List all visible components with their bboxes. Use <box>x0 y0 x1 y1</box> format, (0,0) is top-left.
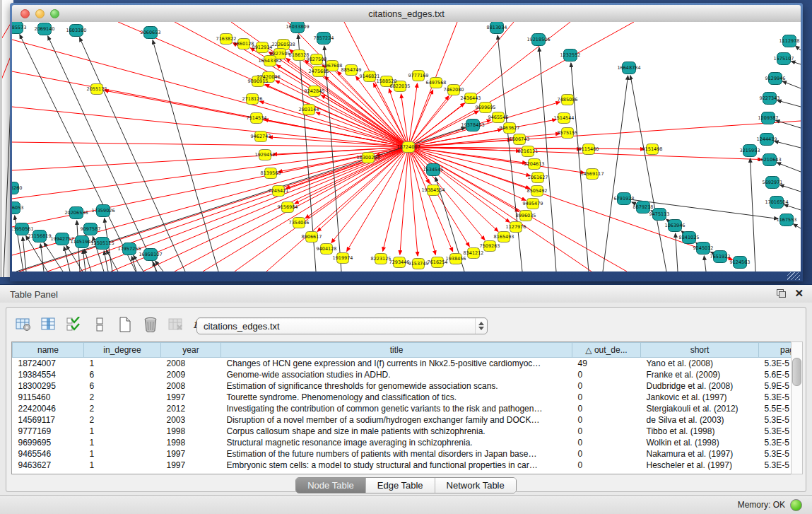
float-panel-icon[interactable] <box>777 289 786 298</box>
table-row[interactable]: 946362711997Embryonic stem cells: a mode… <box>13 460 795 471</box>
column-header-name[interactable]: name <box>13 343 84 358</box>
table-cell: 5.3E-5 <box>759 414 795 426</box>
column-header-short[interactable]: short <box>641 343 759 358</box>
graph-edge[interactable] <box>408 147 418 256</box>
graph-edge[interactable] <box>571 63 589 271</box>
graph-edge[interactable] <box>276 81 408 147</box>
memory-status-icon[interactable] <box>790 499 802 511</box>
table-cell: 5.5E-5 <box>759 403 795 414</box>
graph-edge[interactable] <box>777 100 801 107</box>
graph-node-label: 2204613 <box>524 161 545 167</box>
graph-edge[interactable] <box>104 251 108 271</box>
graph-edge[interactable] <box>134 255 143 271</box>
graph-edge[interactable] <box>630 76 666 271</box>
column-header-year[interactable]: year <box>161 343 221 358</box>
graph-edge[interactable] <box>791 61 801 64</box>
graph-node-label: 8165493 <box>494 234 514 240</box>
table-row[interactable]: 977716911998Corpus callosum shape and si… <box>13 426 795 437</box>
delete-icon[interactable] <box>141 315 160 334</box>
graph-edge[interactable] <box>779 185 801 192</box>
graph-edge[interactable] <box>23 237 26 271</box>
graph-node-label: 14569117 <box>580 171 604 177</box>
graph-edge[interactable] <box>676 233 678 271</box>
graph-node-label: 9475113 <box>649 211 670 217</box>
show-columns-icon[interactable] <box>64 315 84 334</box>
zoom-window-button[interactable] <box>50 9 59 18</box>
graph-edge[interactable] <box>265 84 408 147</box>
graph-edge[interactable] <box>603 76 628 271</box>
graph-edge[interactable] <box>12 40 408 147</box>
table-row[interactable]: 2242004622012Investigating the contribut… <box>13 403 795 414</box>
table-cell: 2009 <box>161 369 221 380</box>
table-row[interactable]: 1830029562008Estimation of significance … <box>13 380 795 392</box>
hide-columns-icon[interactable] <box>90 315 110 334</box>
tab-network-table[interactable]: Network Table <box>435 478 516 493</box>
graph-edge[interactable] <box>408 147 627 271</box>
graph-edge[interactable] <box>324 46 341 271</box>
graph-node-label: 2060653 <box>141 30 161 35</box>
graph-edge[interactable] <box>153 40 218 271</box>
table-vertical-scrollbar[interactable] <box>791 341 803 474</box>
graph-edge[interactable] <box>782 81 801 88</box>
column-header-title[interactable]: title <box>221 343 572 358</box>
table-row[interactable]: 1872400712008Changes of HCN gene express… <box>13 358 795 370</box>
graph-node-label: 8216121 <box>518 148 539 154</box>
close-panel-icon[interactable]: ✕ <box>794 288 804 298</box>
table-row[interactable]: 911546021997Tourette syndrome. Phenomeno… <box>13 392 795 403</box>
graph-node-label: 9245012 <box>693 245 714 251</box>
graph-edge[interactable] <box>203 147 408 271</box>
network-graph[interactable]: 1872400771638228860128891293422260538982… <box>12 22 801 271</box>
table-row[interactable]: 946554611997Estimation of the future num… <box>13 448 795 460</box>
network-canvas[interactable]: 1872400771638228860128891293422260538982… <box>12 22 801 271</box>
table-cell: 1997 <box>161 392 221 403</box>
window-resize-grip[interactable] <box>787 272 800 280</box>
scrollbar-thumb[interactable] <box>792 358 801 386</box>
graph-edge[interactable] <box>408 147 469 247</box>
table-cell: 0 <box>572 448 641 460</box>
tab-node-table[interactable]: Node Table <box>296 478 365 493</box>
select-columns-icon[interactable] <box>39 315 59 334</box>
table-row[interactable]: 1938455462009Genome-wide association stu… <box>13 369 795 380</box>
graph-edge[interactable] <box>777 163 801 172</box>
graph-edge[interactable] <box>775 141 801 148</box>
graph-edge[interactable] <box>175 22 408 147</box>
import-table-disabled-icon[interactable] <box>166 315 186 334</box>
graph-node-label: 1606743 <box>510 136 530 142</box>
graph-edge[interactable] <box>44 243 63 271</box>
graph-node-label: 1929452 <box>255 152 276 158</box>
table-cell: Stergiakouli et al. (2012) <box>641 403 759 414</box>
graph-edge[interactable] <box>784 204 801 210</box>
graph-node-label: 8906617 <box>302 234 322 240</box>
graph-edge[interactable] <box>12 147 408 199</box>
graph-edge[interactable] <box>704 256 706 271</box>
window-title: citations_edges.txt <box>12 8 801 19</box>
graph-node-label: 9242845 <box>305 88 325 94</box>
table-cell: Corpus callosum shape and size in male p… <box>221 426 572 437</box>
column-header-pagerank[interactable]: pagerank <box>759 343 795 358</box>
table-cell: 2 <box>84 414 161 426</box>
close-window-button[interactable] <box>20 9 30 18</box>
graph-node-label: 1112978 <box>779 38 800 44</box>
graph-edge[interactable] <box>80 37 185 271</box>
table-cell: 5.3E-5 <box>759 448 795 460</box>
minimize-window-button[interactable] <box>35 9 45 18</box>
graph-edge[interactable] <box>40 244 44 271</box>
graph-node-label: 12505115 <box>90 240 114 246</box>
window-titlebar[interactable]: citations_edges.txt <box>12 5 801 23</box>
table-settings-icon[interactable] <box>13 315 33 334</box>
table-cell: 5.3E-5 <box>759 392 795 403</box>
column-header-in_degree[interactable]: in_degree <box>84 343 161 358</box>
table-row[interactable]: 969969511998Structural magnetic resonanc… <box>13 437 795 448</box>
table-cell: 9115460 <box>13 392 84 403</box>
new-file-icon[interactable] <box>115 315 135 334</box>
table-row[interactable]: 1456911722003Disruption of a novel membe… <box>13 414 795 426</box>
graph-edge[interactable] <box>796 46 801 50</box>
graph-edge[interactable] <box>793 224 801 228</box>
table-cell: 2008 <box>161 380 221 392</box>
column-header-out_de[interactable]: △ out_de... <box>572 343 641 358</box>
graph-node-label: 6497568 <box>426 80 447 86</box>
tab-edge-table[interactable]: Edge Table <box>365 478 435 493</box>
table-select-combo[interactable]: citations_edges.txt <box>196 317 488 334</box>
graph-node-label: 9153745 <box>408 261 429 267</box>
graph-edge[interactable] <box>143 147 408 271</box>
